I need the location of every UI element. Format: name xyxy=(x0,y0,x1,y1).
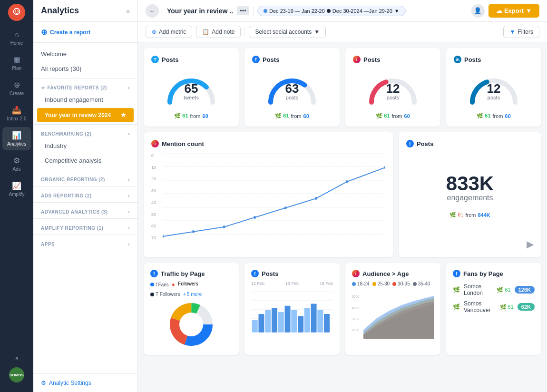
audience-age-card: i Audience > Age 18-24 25-30 30-35 xyxy=(345,263,440,355)
legend-fans: f Fans xyxy=(150,281,169,288)
fb-fans-icon: f xyxy=(453,270,460,277)
dashboard: T Posts 65 tweets 🌿 61 from xyxy=(138,42,547,392)
sidebar-item-welcome[interactable]: Welcome xyxy=(33,47,137,61)
metric-card-linkedin: in Posts 12 posts 🌿 61 from xyxy=(446,48,541,127)
apps-section[interactable]: APPS › xyxy=(33,237,137,249)
twitter-dot xyxy=(150,293,154,296)
app-logo[interactable] xyxy=(8,4,25,21)
sidebar-item-ads[interactable]: ⚙ Ads xyxy=(2,152,31,176)
svg-rect-45 xyxy=(311,304,317,333)
chevron-right-icon-3: › xyxy=(128,193,130,198)
sidebar-item-inbound[interactable]: Inbound engagement xyxy=(33,92,137,107)
gear-icon: ⚙ xyxy=(41,380,46,386)
add-metric-button[interactable]: ⊕ Add metric xyxy=(146,26,192,38)
sidebar-item-inbox[interactable]: 📥 Inbox 2.0 xyxy=(2,102,31,125)
svg-rect-41 xyxy=(285,306,291,333)
svg-rect-47 xyxy=(324,314,330,333)
svg-point-11 xyxy=(163,235,164,238)
svg-point-1 xyxy=(15,10,16,12)
benchmarking-section[interactable]: BENCHMARKING (2) › xyxy=(33,127,137,138)
sidebar-collapse-button[interactable]: « xyxy=(126,7,130,15)
organic-reporting-section[interactable]: ORGANIC REPORTING (2) › xyxy=(33,172,137,184)
svg-rect-36 xyxy=(252,320,258,333)
svg-point-13 xyxy=(223,225,225,228)
ads-reporting-section[interactable]: ADS REPORTING (2) › xyxy=(33,188,137,200)
sidebar-item-analytics[interactable]: 📊 Analytics xyxy=(2,127,31,150)
y-axis-labels: 706050403020100 xyxy=(151,153,161,240)
fb-posts-from: 🌿 61 from 844K xyxy=(449,212,490,218)
svg-marker-55 xyxy=(363,296,434,339)
fb-traffic-icon: f xyxy=(150,270,158,277)
create-report-button[interactable]: ⊕ Create a report xyxy=(33,22,137,43)
collapse-nav-button[interactable]: ∧ xyxy=(2,351,31,365)
gauge-facebook: 63 posts xyxy=(264,69,321,107)
user-button[interactable]: 👤 xyxy=(471,4,485,18)
posts-bar-card: f Posts 12 Feb 13 Feb 18 Feb xyxy=(244,263,340,355)
sidebar-item-industry[interactable]: Industry xyxy=(33,138,137,153)
svg-rect-43 xyxy=(298,316,303,332)
sidebar-header: Analytics « xyxy=(33,0,137,22)
sidebar-item-competitive[interactable]: Competitive analysis xyxy=(33,153,137,168)
gauge-value-linkedin: 12 posts xyxy=(487,82,501,100)
svg-point-16 xyxy=(315,197,317,200)
fans-item-london: 🌿 Somos London 🌿 61 126K xyxy=(453,281,535,298)
dot-30-35 xyxy=(392,282,396,286)
amplify-reporting-section[interactable]: AMPLIFY REPORTING (1) › xyxy=(33,221,137,233)
mention-count-title: i Mention count xyxy=(151,140,385,147)
sidebar-item-home[interactable]: ⌂ Home xyxy=(2,27,31,49)
middle-row: i Mention count 706050403020100 xyxy=(144,132,541,257)
metric-from-facebook: 🌿 61 from 60 xyxy=(275,113,309,119)
posts-bar-header: f Posts xyxy=(251,270,333,277)
chevron-right-icon-6: › xyxy=(128,242,130,247)
dot-18-24 xyxy=(352,282,356,286)
advanced-analytics-section[interactable]: ADVANCED ANALYTICS (3) › xyxy=(33,205,137,216)
legend-twitter-followers: T Followers xyxy=(150,292,180,297)
metric-card-linkedin-header: in Posts xyxy=(454,56,534,63)
svg-text:3000: 3000 xyxy=(352,317,359,321)
gauge-linkedin: 12 posts xyxy=(465,69,522,107)
sidebar-item-plan[interactable]: ▦ Plan xyxy=(2,51,31,75)
social-accounts-button[interactable]: Select social accounts ▼ xyxy=(249,26,326,38)
back-button[interactable]: ← xyxy=(146,4,159,18)
topbar: ← Your year in review .. ••• Dec 23-19 —… xyxy=(138,0,547,22)
calendar-icon: ▦ xyxy=(13,55,20,64)
gauge-instagram: 12 posts xyxy=(364,69,421,107)
add-note-button[interactable]: 📋 Add note xyxy=(196,26,241,38)
facebook-icon: f xyxy=(252,56,260,63)
date-dot-1 xyxy=(264,9,267,13)
chevron-right-icon: › xyxy=(128,85,130,90)
favorite-reports-section[interactable]: ☆ FAVORITE REPORTS (2) › xyxy=(33,80,137,92)
cloud-icon: ☁ xyxy=(496,7,502,14)
user-avatar[interactable]: SOMOS xyxy=(9,367,24,382)
date-range-selector[interactable]: Dec 23-19 — Jan 22-20 Dec 30-2024 —Jan 2… xyxy=(257,6,406,16)
sidebar-item-all-reports[interactable]: All reports (30) xyxy=(33,61,137,76)
dot-25-30 xyxy=(372,282,376,286)
gauge-value-instagram: 12 posts xyxy=(386,82,400,100)
sidebar-item-create[interactable]: ⊕ Create xyxy=(2,77,31,100)
sidebar-item-amplify[interactable]: 📈 Amplify xyxy=(2,177,31,201)
ads-icon: ⚙ xyxy=(13,156,20,165)
sidebar-item-year-review[interactable]: Your year in review 2024 ★ xyxy=(37,108,134,122)
chevron-right-icon-4: › xyxy=(128,209,130,215)
metric-card-facebook-header: f Posts xyxy=(252,56,332,63)
svg-point-14 xyxy=(254,216,256,219)
export-button[interactable]: ☁ Export ▼ xyxy=(488,4,539,18)
audience-age-header: i Audience > Age xyxy=(352,270,434,277)
metric-from-twitter: 🌿 61 from 60 xyxy=(174,113,208,119)
action-bar: ⊕ Add metric 📋 Add note Select social ac… xyxy=(138,22,547,42)
metric-card-instagram-header: i Posts xyxy=(353,56,433,63)
fans-by-page-card: f Fans by Page 🌿 Somos London 🌿 61 126K … xyxy=(446,263,541,355)
filters-button[interactable]: ▼ Filters xyxy=(503,26,539,38)
fans-by-page-header: f Fans by Page xyxy=(453,270,535,277)
twitter-icon: T xyxy=(151,56,159,63)
svg-point-17 xyxy=(346,180,348,183)
topbar-divider xyxy=(163,6,163,16)
plus-circle-icon: ⊕ xyxy=(41,28,47,37)
legend-30-35: 30-35 xyxy=(392,281,410,286)
dot-35-40 xyxy=(413,282,417,286)
more-options-button[interactable]: ••• xyxy=(237,6,249,15)
gauge-value-twitter: 65 tweets xyxy=(184,82,199,100)
main-content: ← Your year in review .. ••• Dec 23-19 —… xyxy=(138,0,547,392)
legend-18-24: 18-24 xyxy=(352,281,370,286)
analytic-settings-link[interactable]: ⚙ Analytic Settings xyxy=(33,373,137,392)
